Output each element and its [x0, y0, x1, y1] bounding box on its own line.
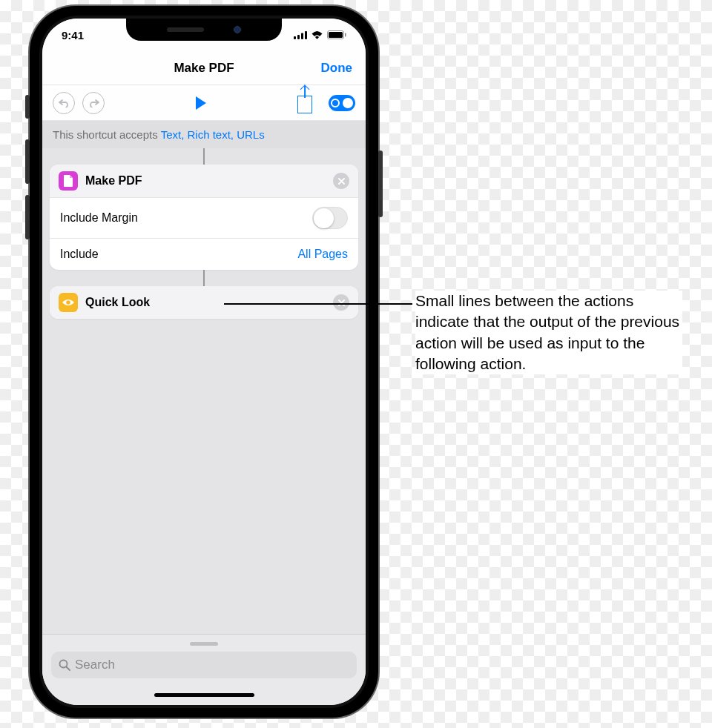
home-indicator[interactable] — [154, 693, 254, 697]
actions-canvas: Make PDF Include Margin Include All Page… — [42, 148, 366, 395]
include-pages-row[interactable]: Include All Pages — [50, 238, 358, 270]
volume-up — [25, 139, 30, 184]
remove-action-button[interactable] — [333, 173, 349, 189]
svg-rect-2 — [301, 33, 303, 39]
svg-rect-3 — [305, 31, 307, 39]
run-button[interactable] — [196, 96, 206, 110]
search-icon — [59, 659, 70, 671]
navigation-bar: Make PDF Done — [42, 51, 366, 85]
include-margin-switch[interactable] — [312, 207, 348, 229]
svg-line-9 — [67, 667, 70, 671]
mute-switch — [25, 95, 30, 119]
empty-canvas-area[interactable] — [42, 395, 366, 635]
settings-toggle-button[interactable] — [329, 95, 355, 111]
svg-rect-5 — [329, 32, 343, 38]
phone-frame: 9:41 Make PDF Done — [30, 6, 378, 718]
search-input[interactable]: Search — [51, 652, 357, 678]
wifi-icon — [311, 30, 323, 39]
search-sheet[interactable]: Search — [42, 634, 366, 684]
drag-handle[interactable] — [190, 642, 218, 646]
remove-action-button[interactable] — [333, 294, 349, 311]
eye-icon — [59, 293, 78, 312]
action-card-quick-look[interactable]: Quick Look — [50, 286, 358, 319]
row-label: Include Margin — [60, 211, 138, 225]
row-value: All Pages — [297, 248, 348, 261]
notch — [126, 19, 282, 41]
battery-icon — [327, 30, 346, 39]
redo-icon — [88, 99, 99, 107]
callout-leader-line — [224, 303, 412, 305]
svg-point-7 — [66, 300, 70, 305]
share-icon — [297, 96, 312, 113]
search-placeholder: Search — [75, 658, 115, 672]
action-title: Quick Look — [85, 296, 326, 309]
undo-icon — [59, 99, 70, 107]
close-icon — [338, 300, 345, 306]
close-icon — [338, 178, 345, 185]
share-button[interactable] — [297, 93, 312, 113]
include-margin-row: Include Margin — [50, 197, 358, 238]
svg-rect-1 — [297, 35, 300, 39]
svg-rect-0 — [294, 36, 296, 39]
toolbar — [42, 85, 366, 121]
action-card-make-pdf[interactable]: Make PDF Include Margin Include All Page… — [50, 165, 358, 270]
power-button — [378, 150, 383, 217]
row-label: Include — [60, 248, 99, 261]
accepts-banner[interactable]: This shortcut accepts Text, Rich text, U… — [42, 121, 366, 148]
accepts-types: Text, Rich text, URLs — [161, 128, 265, 141]
pdf-icon — [59, 171, 78, 191]
action-title: Make PDF — [85, 174, 326, 188]
connector-line — [50, 148, 358, 165]
page-title: Make PDF — [174, 61, 234, 76]
connector-line — [50, 270, 358, 286]
volume-down — [25, 195, 30, 239]
home-indicator-area — [42, 684, 366, 705]
callout-text: Small lines between the actions indicate… — [415, 291, 682, 374]
accepts-prefix: This shortcut accepts — [53, 128, 161, 141]
redo-button[interactable] — [82, 92, 105, 114]
undo-button[interactable] — [53, 92, 75, 114]
svg-rect-6 — [345, 33, 346, 37]
status-time: 9:41 — [62, 29, 84, 42]
cellular-icon — [294, 31, 307, 39]
done-button[interactable]: Done — [321, 61, 353, 76]
